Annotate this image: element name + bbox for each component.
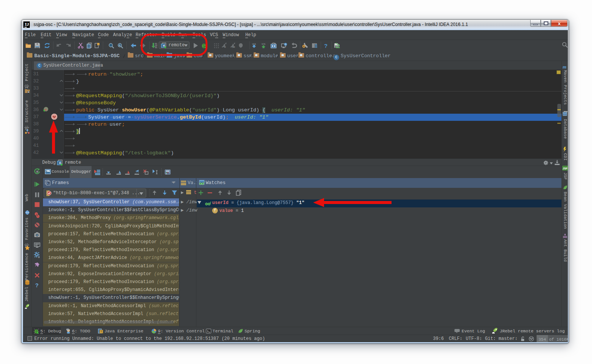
svg-text:JSF: JSF bbox=[563, 167, 568, 170]
svg-text:01: 01 bbox=[155, 47, 157, 49]
svg-text:?: ? bbox=[324, 43, 327, 49]
svg-text:JR: JR bbox=[232, 46, 235, 48]
svg-text:R: R bbox=[224, 46, 226, 48]
svg-text:A: A bbox=[119, 44, 121, 47]
svg-text:?: ? bbox=[35, 282, 38, 288]
